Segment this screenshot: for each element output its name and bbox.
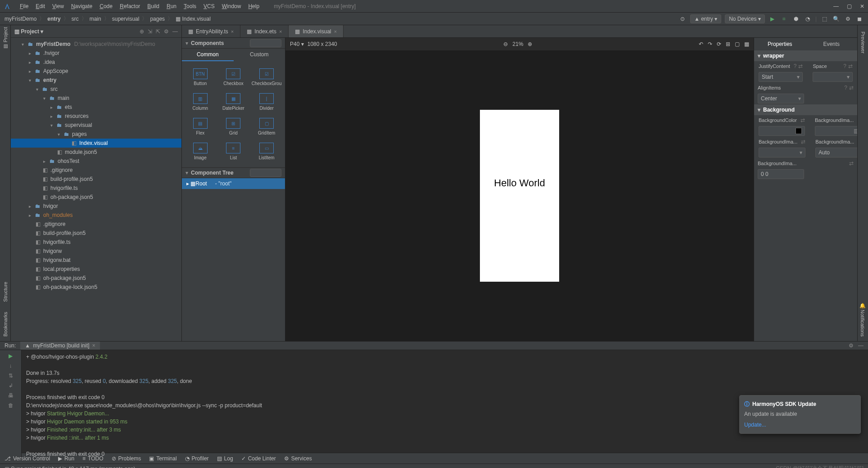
minimize-icon[interactable]: —: [833, 3, 839, 9]
zoom-out-icon[interactable]: ⊖: [503, 41, 508, 47]
tree-row[interactable]: ▾🖿src: [11, 85, 181, 94]
prop-bgimage-auto-input[interactable]: Auto: [815, 148, 862, 158]
gear-icon[interactable]: ⚙: [844, 15, 852, 23]
coverage-icon[interactable]: ⬢: [792, 15, 800, 23]
status-icon[interactable]: ▢: [5, 466, 9, 468]
print-icon[interactable]: 🖶: [8, 392, 14, 399]
tree-row[interactable]: ▸🖿.hvigor: [11, 49, 181, 58]
breadcrumb-item[interactable]: entry: [47, 16, 60, 22]
tree-row[interactable]: ▾🖿supervisual: [11, 121, 181, 130]
component-checkboxgrou[interactable]: ☑CheckboxGrou: [251, 66, 282, 89]
tree-row[interactable]: ◧module.json5: [11, 148, 181, 157]
device-select[interactable]: P40 ▾: [290, 41, 304, 47]
prop-bgimage-input[interactable]: ▥: [815, 126, 862, 136]
tree-row[interactable]: ◧Index.visual: [11, 139, 181, 148]
prop-align-items-input[interactable]: Center▾: [758, 94, 804, 104]
notifications-tool-button[interactable]: 🔔 Notifications: [860, 302, 866, 337]
section-wrapper[interactable]: wrapper: [763, 53, 784, 59]
stop-icon[interactable]: ↓: [9, 363, 12, 369]
menu-build[interactable]: Build: [144, 3, 163, 9]
device-preview[interactable]: Hello World: [480, 110, 559, 282]
tree-row[interactable]: ▾🖿main: [11, 94, 181, 103]
menu-tools[interactable]: Tools: [180, 3, 200, 9]
rotate-icon[interactable]: ⟳: [717, 41, 721, 47]
trash-icon[interactable]: 🗑: [8, 402, 14, 409]
tree-row[interactable]: ◧.gitignore: [11, 166, 181, 175]
previewer-tool-button[interactable]: Previewer: [860, 32, 866, 54]
help-icon[interactable]: ?: [843, 63, 846, 69]
component-tree-root[interactable]: ▸ ▦ Root - "root": [182, 178, 285, 189]
panel-gear-icon[interactable]: ⚙: [164, 28, 169, 35]
breadcrumb-item[interactable]: supervisual: [112, 16, 140, 22]
link-icon[interactable]: ⇄: [848, 63, 853, 69]
tree-row[interactable]: ◧hvigorfile.ts: [11, 238, 181, 247]
zoom-in-icon[interactable]: ⊕: [528, 41, 532, 47]
run-button[interactable]: ▶: [769, 15, 777, 23]
prop-bgcolor-input[interactable]: [759, 126, 805, 136]
expand-all-icon[interactable]: ⇲: [148, 28, 152, 35]
collapse-all-icon[interactable]: ⇱: [156, 28, 160, 35]
target-icon[interactable]: ⊙: [678, 15, 687, 23]
tab-custom[interactable]: Custom: [234, 49, 285, 61]
panel-hide-icon[interactable]: —: [172, 28, 178, 35]
run-config-dropdown[interactable]: ▲ entry ▾: [690, 14, 721, 23]
run-tab[interactable]: ▲myFristDemo [build init]×: [20, 342, 99, 350]
help-icon[interactable]: ?: [844, 85, 847, 91]
tree-row[interactable]: ▸🖿oh_modules: [11, 211, 181, 220]
tree-row[interactable]: ▾🖿entry: [11, 76, 181, 85]
avatar-icon[interactable]: ◼: [855, 15, 863, 23]
tree-row[interactable]: ▸🖿resources: [11, 112, 181, 121]
tree-row[interactable]: ◧build-profile.json5: [11, 229, 181, 238]
component-button[interactable]: BTNButton: [185, 66, 216, 89]
breadcrumb-item[interactable]: src: [72, 16, 79, 22]
component-datepicker[interactable]: ▦DatePicker: [218, 90, 249, 113]
prop-bgimage3-input[interactable]: 0 0: [758, 169, 804, 179]
link-icon[interactable]: ⇄: [798, 63, 803, 69]
wrap-icon[interactable]: ↲: [9, 382, 13, 389]
tree-row[interactable]: ◧build-profile.json5: [11, 175, 181, 184]
tree-row[interactable]: ▸🖿AppScope: [11, 67, 181, 76]
tree-row[interactable]: ◧local.properties: [11, 265, 181, 274]
breadcrumb-item[interactable]: ▦ Index.visual: [176, 16, 211, 22]
menu-help[interactable]: Help: [244, 3, 263, 9]
project-tree[interactable]: ▾🖿myFristDemoD:\workspace\hmos\myFristDe…: [11, 38, 181, 341]
notification-update-link[interactable]: Update...: [744, 421, 856, 429]
breadcrumb-item[interactable]: pages: [150, 16, 165, 22]
help-icon[interactable]: ?: [794, 63, 797, 69]
tree-row[interactable]: ◧oh-package.json5: [11, 193, 181, 202]
menu-file[interactable]: File: [16, 3, 32, 9]
tab-events[interactable]: Events: [806, 38, 858, 50]
editor-tab[interactable]: ▦Index.ets×: [240, 25, 289, 37]
tree-row[interactable]: ◧oh-package.json5: [11, 274, 181, 283]
tree-row[interactable]: ◧oh-package-lock.json5: [11, 283, 181, 292]
menu-navigate[interactable]: Navigate: [68, 3, 96, 9]
tab-properties[interactable]: Properties: [754, 38, 806, 50]
component-checkbox[interactable]: ☑Checkbox: [218, 66, 249, 89]
maximize-icon[interactable]: ▢: [847, 3, 852, 9]
build-icon[interactable]: ⬚: [820, 15, 828, 23]
tree-row[interactable]: ▾🖿myFristDemoD:\workspace\hmos\myFristDe…: [11, 40, 181, 49]
section-background[interactable]: Background: [763, 107, 795, 113]
prop-bgimage2-input[interactable]: ▾: [759, 148, 805, 158]
tree-row[interactable]: ◧hvigorfile.ts: [11, 184, 181, 193]
fullscreen-icon[interactable]: ▢: [735, 41, 740, 47]
select-opened-icon[interactable]: ⊕: [140, 28, 144, 35]
tree-row[interactable]: ◧hvigorw.bat: [11, 256, 181, 265]
menu-window[interactable]: Window: [218, 3, 245, 9]
menu-view[interactable]: View: [49, 3, 68, 9]
link-icon[interactable]: ⇄: [800, 117, 805, 123]
run-hide-icon[interactable]: —: [858, 342, 863, 349]
search-icon[interactable]: 🔍: [832, 15, 840, 23]
rerun-icon[interactable]: ▶: [9, 353, 13, 359]
menu-refactor[interactable]: Refactor: [116, 3, 144, 9]
prop-space-input[interactable]: ▾: [813, 72, 853, 82]
editor-tab[interactable]: ▦Index.visual×: [289, 25, 344, 37]
tree-row[interactable]: ◧hvigorw: [11, 247, 181, 256]
profiler-icon[interactable]: ◔: [804, 15, 812, 23]
grid-icon[interactable]: ▦: [744, 41, 749, 47]
redo-icon[interactable]: ↷: [708, 41, 712, 47]
close-icon[interactable]: ✕: [860, 3, 864, 9]
menu-run[interactable]: Run: [163, 3, 180, 9]
components-search-input[interactable]: [250, 39, 281, 47]
breadcrumb-item[interactable]: myFristDemo: [5, 16, 36, 22]
